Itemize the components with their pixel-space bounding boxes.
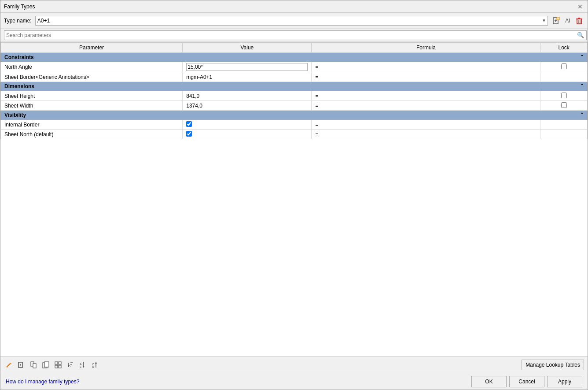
close-button[interactable]: ✕ <box>576 3 584 11</box>
row-sheet-north: Sheet North (default) = <box>1 130 588 139</box>
new-type-icon <box>552 17 560 25</box>
formula-sheet-height: = <box>312 91 540 101</box>
checkbox-lock-north-angle[interactable] <box>561 63 567 69</box>
row-internal-border: Internal Border = <box>1 120 588 130</box>
family-types-dialog: Family Types ✕ Type name: A0+1 ▼ AI <box>0 0 588 390</box>
lock-sheet-width[interactable] <box>540 101 588 111</box>
share-param-icon <box>30 361 37 368</box>
value-sheet-width: 1374,0 <box>183 101 312 111</box>
param-sheet-border: Sheet Border<Generic Annotations> <box>1 72 183 82</box>
svg-line-12 <box>7 367 7 368</box>
formula-sheet-width: = <box>312 101 540 111</box>
sort-za-icon: Z A <box>92 361 99 368</box>
constraints-collapse-icon[interactable]: ⌃ <box>580 54 584 59</box>
move-down-button[interactable] <box>66 360 75 370</box>
row-sheet-height: Sheet Height 841,0 = <box>1 91 588 101</box>
lock-internal-border <box>540 120 588 130</box>
header-formula: Formula <box>312 43 540 53</box>
row-sheet-width: Sheet Width 1374,0 = <box>1 101 588 111</box>
sort-za-button[interactable]: Z A <box>90 360 100 370</box>
formula-sheet-border: = <box>312 72 540 82</box>
svg-text:Z: Z <box>80 365 82 368</box>
checkbox-sheet-north[interactable] <box>186 131 192 137</box>
dimensions-collapse-icon[interactable]: ⌃ <box>580 83 584 88</box>
row-sheet-border: Sheet Border<Generic Annotations> mgm-A0… <box>1 72 588 82</box>
param-sheet-north: Sheet North (default) <box>1 130 183 139</box>
new-param-button[interactable] <box>16 360 26 370</box>
section-visibility-label: Visibility ⌃ <box>1 111 588 120</box>
title-bar: Family Types ✕ <box>0 0 588 13</box>
group-param-button[interactable] <box>53 360 63 370</box>
section-constraints-label: Constraints ⌃ <box>1 53 588 62</box>
new-param-icon <box>18 361 25 368</box>
svg-marker-32 <box>83 366 85 368</box>
section-dimensions: Dimensions ⌃ <box>1 82 588 91</box>
new-type-button[interactable] <box>551 16 561 26</box>
checkbox-internal-border[interactable] <box>186 121 192 127</box>
svg-rect-22 <box>55 365 58 368</box>
parameters-table-area: Parameter Value Formula Lock Constraints… <box>0 42 588 356</box>
param-sheet-width: Sheet Width <box>1 101 183 111</box>
svg-marker-4 <box>557 17 559 20</box>
lock-sheet-border <box>540 72 588 82</box>
copy-param-button[interactable] <box>41 360 51 370</box>
manage-lookup-button[interactable]: Manage Lookup Tables <box>522 360 584 370</box>
svg-marker-11 <box>10 363 11 364</box>
value-sheet-north[interactable] <box>183 130 312 139</box>
edit-param-button[interactable] <box>4 360 14 370</box>
type-name-select-wrapper: A0+1 ▼ <box>35 16 548 26</box>
value-north-angle[interactable] <box>183 62 312 72</box>
type-name-label: Type name: <box>4 18 32 24</box>
type-name-select[interactable]: A0+1 <box>35 16 548 26</box>
pencil-icon <box>5 361 12 368</box>
visibility-collapse-icon[interactable]: ⌃ <box>580 112 584 117</box>
header-lock: Lock <box>540 43 588 53</box>
param-internal-border: Internal Border <box>1 120 183 130</box>
bottom-tool-buttons: A Z Z A <box>4 360 100 370</box>
checkbox-lock-sheet-height[interactable] <box>561 93 567 98</box>
ai-button[interactable]: AI <box>563 16 573 26</box>
section-visibility: Visibility ⌃ <box>1 111 588 120</box>
share-param-button[interactable] <box>29 360 38 370</box>
sort-az-button[interactable]: A Z <box>78 360 88 370</box>
group-param-icon <box>55 361 62 368</box>
apply-button[interactable]: Apply <box>547 376 582 387</box>
value-sheet-height: 841,0 <box>183 91 312 101</box>
lock-north-angle[interactable] <box>540 62 588 72</box>
svg-rect-23 <box>59 365 61 368</box>
header-value: Value <box>183 43 312 53</box>
type-name-row: Type name: A0+1 ▼ AI <box>0 13 588 29</box>
cancel-button[interactable]: Cancel <box>509 376 544 387</box>
sort-az-icon: A Z <box>79 361 86 368</box>
bottom-toolbar: A Z Z A Manage Lookup Tables <box>0 356 588 373</box>
ai-icon: AI <box>565 18 570 24</box>
formula-sheet-north: = <box>312 130 540 139</box>
svg-text:A: A <box>92 365 94 368</box>
search-input[interactable] <box>4 30 587 40</box>
section-constraints: Constraints ⌃ <box>1 53 588 62</box>
search-row: 🔍 <box>0 29 588 42</box>
header-parameter: Parameter <box>1 43 183 53</box>
svg-line-10 <box>7 364 10 367</box>
help-link[interactable]: How do I manage family types? <box>6 379 79 385</box>
delete-type-button[interactable] <box>574 16 584 26</box>
dialog-footer: How do I manage family types? OK Cancel … <box>0 373 588 390</box>
formula-internal-border: = <box>312 120 540 130</box>
param-north-angle: North Angle <box>1 62 183 72</box>
param-sheet-height: Sheet Height <box>1 91 183 101</box>
checkbox-lock-sheet-width[interactable] <box>561 102 567 108</box>
svg-rect-17 <box>33 364 36 368</box>
lock-sheet-north <box>540 130 588 139</box>
lock-sheet-height[interactable] <box>540 91 588 101</box>
input-north-angle[interactable] <box>186 63 308 71</box>
delete-type-icon <box>575 17 583 25</box>
value-internal-border[interactable] <box>183 120 312 130</box>
search-icon: 🔍 <box>577 32 584 38</box>
move-down-icon <box>67 361 74 368</box>
section-dimensions-label: Dimensions ⌃ <box>1 82 588 91</box>
value-sheet-border: mgm-A0+1 <box>183 72 312 82</box>
svg-rect-20 <box>55 362 58 364</box>
copy-param-icon <box>42 361 49 368</box>
svg-marker-25 <box>68 365 70 367</box>
ok-button[interactable]: OK <box>471 376 507 387</box>
